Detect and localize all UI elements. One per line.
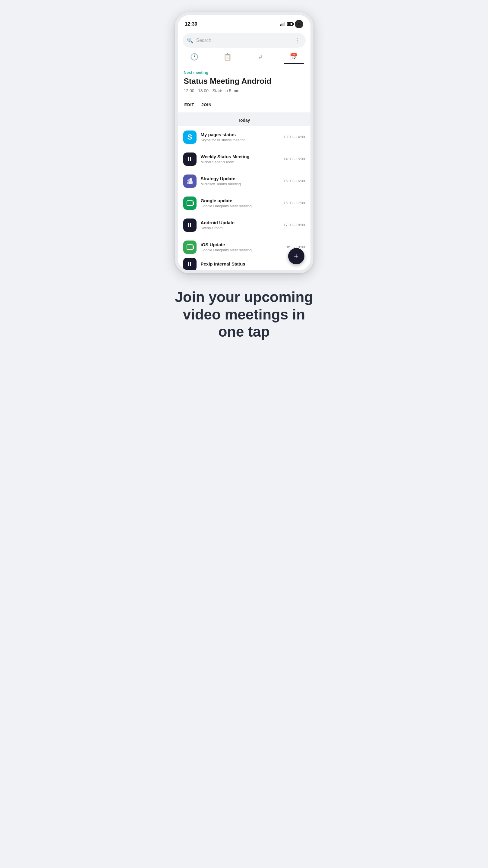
meeting-title: Google update	[201, 198, 279, 203]
hangouts-meet-icon	[186, 199, 194, 207]
meeting-info: Android Update Svenn's room	[201, 220, 279, 230]
svg-rect-6	[187, 245, 193, 250]
meeting-list-container: S My pages status Skype for Business mee…	[178, 126, 310, 270]
next-meeting-time: 12:00 - 13:00 - Starts in 5 min	[184, 88, 304, 93]
search-icon: 🔍	[187, 37, 193, 44]
meeting-list: S My pages status Skype for Business mee…	[178, 126, 310, 270]
tab-channels[interactable]: #	[244, 51, 277, 64]
signal-icon	[280, 22, 285, 26]
meeting-time: 14:00 - 15:00	[284, 157, 305, 161]
meeting-item[interactable]: Strategy Update Microsoft Teams meeting …	[178, 170, 310, 192]
next-meeting-section: Next meeting Status Meeting Android 12:0…	[178, 64, 310, 97]
bottom-tagline: Join your upcoming video meetings in one…	[175, 288, 313, 341]
search-bar[interactable]: 🔍 Search ⋮	[183, 33, 306, 48]
meeting-title: iOS Update	[201, 242, 281, 247]
meeting-title: Android Update	[201, 220, 279, 225]
status-bar: 12:30	[178, 15, 310, 31]
meeting-time: 16:00 - 17:00	[284, 201, 305, 205]
camera-icon	[295, 20, 303, 28]
status-icons	[280, 20, 303, 28]
edit-button[interactable]: EDIT	[184, 101, 195, 108]
svg-point-2	[187, 180, 189, 182]
meeting-info: Strategy Update Microsoft Teams meeting	[201, 176, 279, 186]
meeting-avatar-dark2: II	[183, 218, 196, 232]
meeting-item[interactable]: II Android Update Svenn's room 17:00 - 1…	[178, 214, 310, 236]
roman-ii-icon: II	[187, 156, 192, 162]
meeting-item[interactable]: Google update Google Hangouts Meet meeti…	[178, 192, 310, 214]
today-section: Today	[178, 114, 310, 126]
meeting-info: Google update Google Hangouts Meet meeti…	[201, 198, 279, 208]
join-button[interactable]: JOIN	[201, 101, 212, 108]
meeting-title: Strategy Update	[201, 176, 279, 181]
meeting-avatar-skype: S	[183, 130, 196, 144]
fab-add-button[interactable]: +	[288, 248, 304, 264]
meeting-avatar-teams	[183, 175, 196, 188]
phone-frame: 12:30 🔍 Search ⋮ 🕐 📋	[175, 12, 313, 273]
meeting-subtitle: Skype for Business meeting	[201, 138, 279, 142]
svg-marker-7	[193, 245, 194, 249]
next-meeting-title: Status Meeting Android	[184, 76, 304, 86]
hangouts-meet-icon2	[186, 243, 194, 251]
today-header: Today	[178, 114, 310, 126]
meeting-info: My pages status Skype for Business meeti…	[201, 132, 279, 142]
svg-point-0	[189, 178, 192, 181]
more-icon[interactable]: ⋮	[293, 36, 301, 44]
meeting-avatar-dark: II	[183, 153, 196, 166]
skype-s-icon: S	[187, 133, 192, 141]
teams-logo-icon	[186, 177, 194, 185]
tab-recent[interactable]: 🕐	[178, 51, 211, 64]
meeting-actions: EDIT JOIN	[178, 97, 310, 114]
tab-calendar[interactable]: 📅	[277, 51, 310, 64]
search-placeholder: Search	[196, 38, 290, 43]
meeting-info: Pexip Internal Status	[201, 261, 305, 267]
battery-icon	[287, 22, 293, 26]
meeting-avatar-hangouts2	[183, 241, 196, 254]
meeting-time: 17:00 - 18:00	[284, 223, 305, 227]
meeting-avatar-dark3: II	[183, 258, 196, 270]
meeting-subtitle: Michel Sagen's room	[201, 160, 279, 164]
meeting-title: Weekly Status Meeting	[201, 154, 279, 159]
meeting-title: Pexip Internal Status	[201, 261, 305, 267]
calendar-icon: 📅	[289, 53, 298, 61]
meeting-subtitle: Google Hangouts Meet meeting	[201, 248, 281, 252]
svg-marker-5	[193, 201, 194, 205]
channels-icon: #	[258, 53, 262, 61]
meeting-subtitle: Microsoft Teams meeting	[201, 182, 279, 186]
svg-rect-3	[187, 182, 190, 184]
contacts-icon: 📋	[223, 53, 232, 61]
meeting-time: 13:00 - 14:00	[284, 135, 305, 139]
meeting-item[interactable]: II Weekly Status Meeting Michel Sagen's …	[178, 148, 310, 170]
status-time: 12:30	[185, 22, 197, 27]
next-meeting-label: Next meeting	[184, 70, 304, 75]
tab-bar: 🕐 📋 # 📅	[178, 49, 310, 64]
meeting-info: Weekly Status Meeting Michel Sagen's roo…	[201, 154, 279, 164]
meeting-subtitle: Google Hangouts Meet meeting	[201, 204, 279, 208]
meeting-info: iOS Update Google Hangouts Meet meeting	[201, 242, 281, 252]
tagline-text: Join your upcoming video meetings in one…	[175, 288, 313, 341]
tab-contacts[interactable]: 📋	[211, 51, 244, 64]
meeting-item[interactable]: S My pages status Skype for Business mee…	[178, 126, 310, 148]
recent-icon: 🕐	[190, 53, 199, 61]
meeting-time: 15:00 - 16:00	[284, 179, 305, 183]
meeting-avatar-hangouts	[183, 196, 196, 210]
meeting-subtitle: Svenn's room	[201, 226, 279, 230]
roman-ii-icon3: II	[187, 261, 192, 267]
svg-rect-4	[187, 201, 193, 206]
meeting-title: My pages status	[201, 132, 279, 137]
roman-ii-icon2: II	[187, 222, 192, 228]
